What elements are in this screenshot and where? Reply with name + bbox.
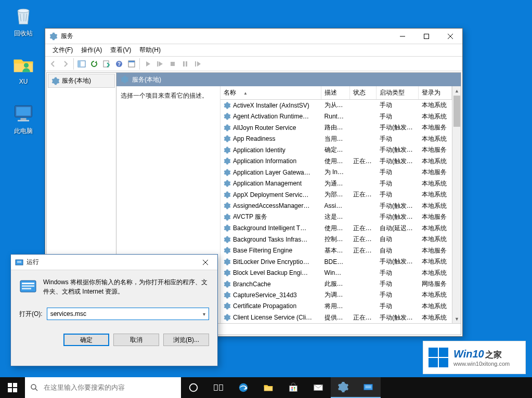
minimize-button[interactable]	[391, 29, 414, 44]
watermark-url: www.win10xitong.com	[453, 361, 510, 367]
service-logon-as: 本地系统	[419, 256, 452, 267]
table-row[interactable]: Base Filtering Engine基本…正在…自动本地服务	[220, 245, 452, 256]
svg-rect-16	[183, 61, 185, 67]
service-startup-type: 手动	[377, 111, 419, 122]
nav-forward-button[interactable]	[60, 58, 71, 70]
table-row[interactable]: BitLocker Drive Encryptio…BDE…手动(触发…本地系统	[220, 256, 452, 267]
table-row[interactable]: AssignedAccessManager…Assi…手动(触发…本地系统	[220, 200, 452, 211]
table-row[interactable]: CaptureService_314d3为调…手动本地系统	[220, 289, 452, 300]
taskbar-services[interactable]	[331, 377, 356, 398]
service-startup-type: 手动(触发…	[377, 256, 419, 267]
column-header-name[interactable]: 名称▲	[220, 86, 321, 100]
browse-button[interactable]: 浏览(B)...	[163, 334, 209, 346]
taskbar-search[interactable]: 在这里输入你要搜索的内容	[25, 377, 181, 398]
properties-button[interactable]	[126, 58, 137, 70]
task-view-button[interactable]	[206, 377, 231, 398]
taskbar-explorer[interactable]	[256, 377, 281, 398]
vertical-scrollbar[interactable]: ▲ ▼	[452, 86, 461, 323]
tree-item-label: 服务(本地)	[62, 76, 91, 85]
cancel-button[interactable]: 取消	[113, 334, 159, 346]
svg-rect-32	[291, 389, 293, 391]
service-status: 正在…	[350, 234, 377, 245]
title-bar[interactable]: 服务	[45, 29, 462, 44]
service-status	[350, 278, 377, 289]
tree-item-services-local[interactable]: 服务(本地)	[48, 74, 115, 88]
export-button[interactable]	[101, 58, 112, 70]
maximize-button[interactable]	[414, 29, 438, 44]
refresh-button[interactable]	[88, 58, 100, 70]
table-row[interactable]: Agent Activation Runtime…Runt…手动本地系统	[220, 111, 452, 122]
open-input-value[interactable]: services.msc	[50, 310, 86, 317]
table-row[interactable]: App Readiness当用…手动本地系统	[220, 133, 452, 144]
column-header-description[interactable]: 描述	[321, 86, 350, 100]
service-logon-as: 本地系统	[419, 111, 452, 122]
desktop-icon-recycle-bin[interactable]: 回收站	[4, 3, 43, 38]
table-row[interactable]: AppX Deployment Servic…为部…正在…手动本地系统	[220, 189, 452, 200]
menu-help[interactable]: 帮助(H)	[135, 45, 165, 56]
service-description: Win…	[321, 267, 350, 278]
gear-icon	[224, 247, 231, 254]
help-button[interactable]: ?	[113, 58, 125, 70]
column-header-logon[interactable]: 登录为	[419, 86, 452, 100]
service-startup-type: 手动	[377, 100, 419, 111]
restart-service-button[interactable]	[154, 58, 166, 70]
table-row[interactable]: Application Management为通…手动本地系统	[220, 178, 452, 189]
scrollbar-thumb[interactable]	[453, 96, 460, 127]
table-row[interactable]: Application Information使用…正在…手动(触发…本地系统	[220, 155, 452, 166]
table-row[interactable]: ActiveX Installer (AxInstSV)为从…手动本地系统	[220, 100, 452, 111]
table-row[interactable]: AVCTP 服务这是…手动(触发…本地服务	[220, 211, 452, 222]
close-button[interactable]	[193, 255, 217, 270]
taskbar-store[interactable]	[281, 377, 306, 398]
service-logon-as: 本地系统	[419, 301, 452, 312]
table-row[interactable]: AllJoyn Router Service路由…手动(触发…本地服务	[220, 122, 452, 133]
table-row[interactable]: Application Identity确定…手动(触发…本地服务	[220, 144, 452, 155]
svg-rect-26	[214, 385, 217, 391]
service-description: 此服…	[321, 278, 350, 289]
service-status	[350, 301, 377, 312]
menu-action[interactable]: 操作(A)	[77, 45, 106, 56]
cortana-button[interactable]	[181, 377, 206, 398]
column-header-status[interactable]: 状态	[350, 86, 377, 100]
table-row[interactable]: Background Intelligent T…使用…正在…自动(延迟…本地系…	[220, 222, 452, 233]
stop-service-button[interactable]	[167, 58, 178, 70]
service-status	[350, 200, 377, 211]
chevron-down-icon[interactable]: ▾	[203, 311, 205, 317]
service-status	[350, 289, 377, 300]
pause-service-button[interactable]	[179, 58, 191, 70]
taskbar-run[interactable]	[356, 377, 381, 398]
close-button[interactable]	[438, 29, 462, 44]
taskbar-mail[interactable]	[306, 377, 331, 398]
table-row[interactable]: Block Level Backup Engi…Win…手动本地系统	[220, 267, 452, 278]
column-header-startup[interactable]: 启动类型	[377, 86, 419, 100]
start-button[interactable]	[0, 377, 25, 398]
resume-service-button[interactable]	[192, 58, 203, 70]
nav-back-button[interactable]	[47, 58, 59, 70]
table-row[interactable]: BranchCache此服…手动网络服务	[220, 278, 452, 289]
menu-file[interactable]: 文件(F)	[48, 45, 77, 56]
svg-rect-3	[16, 107, 31, 116]
gear-icon	[224, 291, 231, 299]
taskbar-edge[interactable]	[231, 377, 256, 398]
service-status: 正在…	[350, 245, 377, 256]
open-combobox[interactable]: services.msc ▾	[47, 308, 209, 320]
show-hide-tree-button[interactable]	[76, 58, 87, 70]
svg-rect-30	[291, 387, 293, 389]
table-row[interactable]: Background Tasks Infras…控制…正在…自动本地系统	[220, 234, 452, 245]
table-row[interactable]: Certificate Propagation将用…手动本地系统	[220, 301, 452, 312]
desktop-icon-user-folder[interactable]: XU	[4, 52, 43, 85]
windows-logo-icon	[429, 348, 448, 367]
scroll-up-icon[interactable]: ▲	[452, 86, 461, 95]
menu-view[interactable]: 查看(V)	[106, 45, 135, 56]
service-startup-type: 手动(触发…	[377, 155, 419, 166]
start-service-button[interactable]	[142, 58, 153, 70]
title-bar[interactable]: 运行	[11, 255, 217, 270]
table-row[interactable]: Application Layer Gatewa…为 In…手动本地服务	[220, 167, 452, 178]
table-row[interactable]: Client License Service (Cli…提供…正在…手动(触发……	[220, 312, 452, 323]
service-status	[350, 256, 377, 267]
service-description: 为调…	[321, 289, 350, 300]
scroll-down-icon[interactable]: ▼	[452, 314, 461, 323]
desktop-icon-this-pc[interactable]: 此电脑	[4, 101, 43, 136]
service-description: 这是…	[321, 211, 350, 222]
service-description: 为 In…	[321, 167, 350, 178]
ok-button[interactable]: 确定	[63, 334, 109, 346]
